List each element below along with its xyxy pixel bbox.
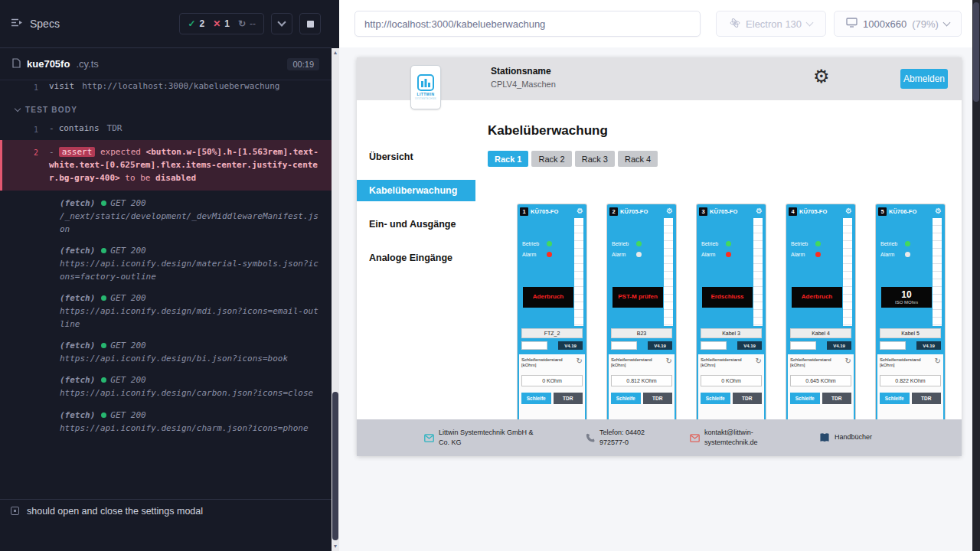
alarm-label: Alarm — [701, 252, 726, 257]
fetch-log-entry[interactable]: (fetch) GET 200 https://api.iconify.desi… — [0, 375, 332, 399]
footer-email[interactable]: kontakt@littwin-systemtechnik.de — [690, 428, 784, 448]
schleife-button[interactable]: Schleife — [611, 393, 641, 404]
scrollbar-thumb[interactable] — [973, 2, 979, 102]
cable-name: Kabel 4 — [790, 328, 851, 338]
betrieb-led — [815, 241, 821, 246]
fetch-status: GET 200 — [110, 410, 145, 420]
status-ok-dot-icon — [101, 248, 106, 253]
tdr-button[interactable]: TDR — [822, 393, 852, 404]
nav-item-analoge-eingaenge[interactable]: Analoge Eingänge — [357, 247, 475, 269]
resistance-label: Schleifenwiderstand [kOhm] — [701, 357, 745, 368]
aut-toolbar: Electron 130 1000x660 (79%) — [339, 0, 972, 47]
test-stats[interactable]: ✓2 ✕1 ↻-- — [179, 13, 264, 34]
tab-rack-1[interactable]: Rack 1 — [488, 151, 528, 167]
schleife-button[interactable]: Schleife — [790, 393, 820, 404]
fetch-label: (fetch) — [60, 246, 95, 256]
refresh-icon[interactable]: ↻ — [577, 357, 583, 365]
firmware-version: V4.19 — [558, 341, 583, 350]
fetch-status: GET 200 — [110, 341, 145, 350]
scroll-up-arrow[interactable]: ▲ — [332, 49, 339, 57]
command-assert-failed[interactable]: 2 -assert expected <button.w-[50%].h-[1.… — [0, 140, 332, 191]
card-gear-icon[interactable]: ⚙ — [845, 207, 852, 215]
schleife-button[interactable]: Schleife — [880, 393, 910, 404]
footer-phone[interactable]: Telefon: 04402 972577-0 — [586, 428, 670, 448]
nav-item-ein-und-ausgaenge[interactable]: Ein- und Ausgänge — [357, 214, 475, 235]
cypress-reporter: Specs ✓2 ✕1 ↻-- kue705fo.cy.ts 00:19 1 v… — [0, 0, 332, 551]
test-icon — [11, 507, 19, 515]
nav-item-uebersicht[interactable]: Übersicht — [357, 146, 475, 168]
fetch-log-entry[interactable]: (fetch) GET 200 https://api.iconify.desi… — [0, 293, 332, 331]
collapse-all-button[interactable] — [271, 13, 292, 34]
refresh-icon[interactable]: ↻ — [935, 357, 941, 365]
device-card: 2 KÜ705-FO ⚙ Betrieb Alarm PST-M prüfen … — [607, 204, 676, 442]
viewport-selector[interactable]: 1000x660 (79%) — [834, 11, 962, 37]
app-footer: Littwin Systemtechnik GmbH & Co. KG Tele… — [357, 419, 962, 456]
version-input — [701, 341, 727, 350]
spec-file-icon — [12, 57, 21, 71]
command-contains[interactable]: 1 -contains TDR — [0, 120, 332, 138]
fetch-url: https://api.iconify.design/carbon.json?i… — [60, 386, 319, 399]
browser-selector[interactable]: Electron 130 — [716, 11, 826, 37]
company-name: Littwin Systemtechnik GmbH & Co. KG — [439, 428, 541, 448]
tdr-button[interactable]: TDR — [733, 393, 763, 404]
tdr-button[interactable]: TDR — [912, 393, 942, 404]
resistance-value: 0 KOhm — [701, 375, 762, 386]
betrieb-led — [905, 241, 910, 246]
test-body-section[interactable]: TEST BODY — [15, 106, 332, 114]
fetch-log-entry[interactable]: (fetch) GET 200 https://api.iconify.desi… — [0, 246, 332, 283]
schleife-button[interactable]: Schleife — [701, 393, 730, 404]
resistance-label: Schleifenwiderstand [kOhm] — [880, 357, 924, 368]
card-number: 4 — [789, 207, 797, 216]
tab-rack-4[interactable]: Rack 4 — [618, 151, 658, 167]
specs-list-icon[interactable] — [11, 17, 23, 31]
refresh-icon[interactable]: ↻ — [756, 357, 762, 365]
status-message: Erdschluss — [709, 294, 745, 301]
version-input — [611, 341, 637, 350]
tdr-button[interactable]: TDR — [554, 393, 583, 404]
fetch-label: (fetch) — [60, 375, 95, 385]
device-card: 3 KÜ705-FO ⚙ Betrieb Alarm Erdschluss Ka… — [697, 204, 766, 442]
phone-number: Telefon: 04402 972577-0 — [599, 428, 670, 448]
nav-item-kabelueberwachung[interactable]: Kabelüberwachung — [357, 180, 475, 201]
card-gear-icon[interactable]: ⚙ — [666, 207, 673, 215]
tdr-button[interactable]: TDR — [643, 393, 673, 404]
fetch-log-entry[interactable]: (fetch) GET 200 https://api.iconify.desi… — [0, 410, 332, 435]
device-card: 1 KÜ705-FO ⚙ Betrieb Alarm Aderbruch FTZ… — [518, 204, 586, 442]
tab-rack-3[interactable]: Rack 3 — [575, 151, 615, 167]
footer-manuals-link[interactable]: Handbücher — [819, 432, 872, 442]
refresh-icon[interactable]: ↻ — [845, 357, 851, 365]
betrieb-label: Betrieb — [880, 241, 905, 246]
card-gear-icon[interactable]: ⚙ — [935, 207, 942, 215]
settings-gear-icon[interactable]: ⚙ — [813, 67, 830, 86]
tab-rack-2[interactable]: Rack 2 — [531, 151, 571, 167]
status-display: 10 ISO MOhm — [881, 287, 932, 308]
status-message: PST-M prüfen — [616, 294, 659, 301]
collapsed-test-row[interactable]: should open and close the settings modal — [0, 499, 332, 522]
logo-word: LITTWIN — [416, 92, 434, 96]
aut-stage: Stationsname CPLV4_Maschen ⚙ Abmelden LI… — [339, 47, 972, 551]
reporter-bottom-space — [0, 522, 332, 551]
refresh-icon[interactable]: ↻ — [666, 357, 672, 365]
scroll-down-arrow[interactable]: ▼ — [332, 543, 339, 550]
card-number: 2 — [609, 207, 618, 216]
command-visit[interactable]: 1 visit http://localhost:3000/kabelueber… — [0, 80, 332, 96]
window-scrollbar[interactable] — [972, 0, 980, 551]
specs-label[interactable]: Specs — [30, 18, 60, 30]
url-input[interactable] — [354, 11, 701, 37]
stop-tests-button[interactable] — [299, 13, 321, 34]
schleife-button[interactable]: Schleife — [521, 393, 551, 404]
cable-name: FTZ_2 — [521, 328, 583, 338]
spec-header[interactable]: kue705fo.cy.ts 00:19 — [0, 48, 332, 80]
app-under-test: Stationsname CPLV4_Maschen ⚙ Abmelden LI… — [357, 57, 962, 456]
reporter-scrollbar[interactable]: ▲ ▼ — [332, 0, 339, 551]
card-gear-icon[interactable]: ⚙ — [756, 207, 763, 215]
card-gear-icon[interactable]: ⚙ — [577, 207, 583, 215]
fetch-log-entry[interactable]: (fetch) GET 200 /_next/static/developmen… — [0, 198, 332, 236]
line-number: 2 — [2, 145, 49, 158]
logout-button[interactable]: Abmelden — [900, 69, 948, 89]
version-input — [880, 341, 906, 350]
scrollbar-thumb[interactable] — [332, 392, 338, 540]
chevron-down-icon — [15, 106, 21, 112]
pending-count: -- — [250, 18, 256, 29]
fetch-log-entry[interactable]: (fetch) GET 200 https://api.iconify.desi… — [0, 341, 332, 365]
